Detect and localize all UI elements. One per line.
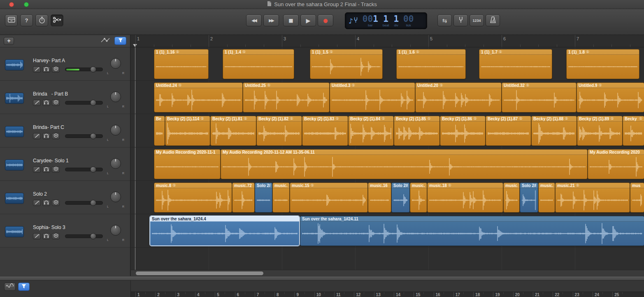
zoom-button[interactable]: [24, 2, 29, 7]
audio-region[interactable]: music.16: [368, 182, 391, 213]
metronome-button[interactable]: [486, 14, 500, 26]
play-button[interactable]: ▶: [300, 14, 316, 26]
volume-slider[interactable]: [65, 234, 103, 238]
audio-region[interactable]: music.21①: [555, 182, 630, 213]
audio-region[interactable]: music.: [272, 182, 290, 213]
close-button[interactable]: [9, 2, 14, 7]
track-lane[interactable]: Sun over the sahara_1#24.4Sun over the s…: [131, 214, 644, 248]
volume-knob[interactable]: [90, 166, 96, 173]
track-name[interactable]: Solo 2: [33, 191, 47, 197]
library-button[interactable]: [5, 14, 18, 26]
input-monitor-button[interactable]: [52, 233, 60, 239]
solo-button[interactable]: [42, 66, 50, 72]
input-monitor-button[interactable]: [52, 100, 60, 106]
stop-button[interactable]: ■: [283, 14, 299, 26]
editor-waveform-button[interactable]: [4, 283, 16, 291]
audio-region[interactable]: Untitled.32①: [502, 82, 577, 112]
rewind-button[interactable]: ◀◀: [246, 14, 262, 26]
audio-region[interactable]: 1 (1)_1.5①: [310, 49, 383, 79]
add-track-button[interactable]: +: [4, 37, 14, 45]
audio-region[interactable]: Untitled.9①: [577, 82, 644, 112]
solo-button[interactable]: [42, 233, 50, 239]
record-button[interactable]: ●: [318, 14, 333, 26]
solo-button[interactable]: [42, 133, 50, 139]
pan-knob[interactable]: [110, 158, 121, 169]
audio-region[interactable]: Be: [154, 116, 165, 146]
audio-region[interactable]: Becky (2) (1).84①: [348, 116, 394, 146]
track-header-row[interactable]: Brinda- Part CLR: [0, 114, 130, 147]
cycle-button[interactable]: ⇆: [437, 14, 452, 26]
forward-button[interactable]: ▶▶: [263, 14, 279, 26]
audio-region[interactable]: Untitled.25①: [243, 82, 330, 112]
track-header-row[interactable]: Sophia- Solo 3LR: [0, 214, 130, 248]
track-name[interactable]: Harvey- Part A: [33, 58, 65, 63]
volume-slider[interactable]: [65, 68, 103, 71]
lcd-display[interactable]: ♪ 001 bar 1 beat 1 div 00 tick: [345, 12, 427, 29]
automation-icon[interactable]: [100, 37, 110, 45]
audio-region[interactable]: Untitled.24①: [154, 82, 243, 112]
track-header-row[interactable]: Carydee- Solo 1LR: [0, 147, 130, 181]
volume-knob[interactable]: [90, 133, 96, 139]
quick-help-button[interactable]: ?: [20, 14, 33, 26]
horizontal-scrollbar[interactable]: [131, 270, 644, 276]
audio-region[interactable]: Becky (2) (1).114①: [165, 116, 210, 146]
audio-region[interactable]: My Audio Recording 2020: [588, 149, 644, 179]
audio-region[interactable]: Becky (2) (1).87①: [486, 116, 531, 146]
track-header-row[interactable]: Solo 2LR: [0, 181, 130, 214]
audio-region[interactable]: music.15①: [290, 182, 368, 213]
track-header-row[interactable]: Brinda - Part BLR: [0, 81, 130, 114]
tuner-button[interactable]: [35, 14, 48, 26]
volume-knob[interactable]: [90, 100, 96, 106]
audio-region[interactable]: music.2: [538, 182, 555, 213]
mute-button[interactable]: [33, 166, 41, 173]
audio-region[interactable]: music.18①: [427, 182, 503, 213]
mute-button[interactable]: [33, 233, 41, 239]
audio-region[interactable]: music.8①: [154, 182, 232, 213]
audio-region[interactable]: music.72: [232, 182, 255, 213]
count-in-button[interactable]: 1234: [470, 14, 484, 26]
track-lane[interactable]: BeBecky (2) (1).114①Becky (2) (1).81①Bec…: [131, 114, 644, 147]
audio-region[interactable]: Solo 2#: [391, 182, 410, 213]
audio-region[interactable]: Solo 2#: [520, 182, 538, 213]
pan-knob[interactable]: [110, 225, 121, 236]
audio-region[interactable]: Becky (2) (1).82①: [256, 116, 302, 146]
audio-region[interactable]: mus: [630, 182, 644, 213]
track-lane[interactable]: 1 (1)_1.16①1 (1)_1.4①1 (1)_1.5①1 (1)_1.6…: [131, 47, 644, 81]
track-header-row[interactable]: Harvey- Part ALR: [0, 47, 130, 81]
mute-button[interactable]: [33, 200, 41, 206]
track-name[interactable]: Sophia- Solo 3: [33, 225, 65, 230]
solo-button[interactable]: [42, 200, 50, 206]
volume-slider[interactable]: [65, 134, 103, 138]
audio-region[interactable]: Sun over the sahara_1#24.11: [300, 216, 644, 246]
mute-button[interactable]: [33, 100, 41, 106]
solo-button[interactable]: [42, 100, 50, 106]
volume-slider[interactable]: [65, 101, 103, 105]
audio-region[interactable]: My Audio Recording 2020-11-12 AM 11-35-0…: [221, 149, 588, 179]
input-monitor-button[interactable]: [52, 133, 60, 139]
editors-button[interactable]: [51, 14, 63, 26]
audio-region[interactable]: 1 (1)_1.8①: [566, 49, 639, 79]
pan-knob[interactable]: [110, 91, 121, 102]
input-monitor-button[interactable]: [52, 66, 60, 72]
audio-region[interactable]: My Audio Recording 2020-11-1: [154, 149, 221, 179]
input-monitor-button[interactable]: [52, 166, 60, 173]
track-name[interactable]: Brinda - Part B: [33, 91, 68, 97]
editor-ruler[interactable]: 1234567891011121314151617181920212223242…: [131, 292, 644, 297]
window-split-divider[interactable]: [0, 276, 644, 281]
track-lane[interactable]: Untitled.24①Untitled.25①Untitled.3①Untit…: [131, 81, 644, 114]
audio-region[interactable]: 1 (1)_1.7①: [479, 49, 552, 79]
volume-knob[interactable]: [90, 233, 96, 239]
volume-slider[interactable]: [65, 168, 103, 171]
volume-slider[interactable]: [65, 201, 103, 205]
audio-region[interactable]: Becky (2) (1).81①: [210, 116, 256, 146]
audio-region[interactable]: Becky (2) (1).88①: [531, 116, 577, 146]
audio-region[interactable]: 1 (1)_1.4①: [223, 49, 294, 79]
tuning-button[interactable]: [453, 14, 468, 26]
mute-button[interactable]: [33, 66, 41, 72]
audio-region[interactable]: Becky (2) (1).86①: [440, 116, 486, 146]
audio-region[interactable]: Untitled.20①: [415, 82, 502, 112]
track-lane[interactable]: My Audio Recording 2020-11-1My Audio Rec…: [131, 147, 644, 181]
playhead-marker[interactable]: [133, 44, 137, 47]
audio-region[interactable]: music.: [410, 182, 427, 213]
timeline-ruler[interactable]: 1234567: [131, 35, 644, 47]
